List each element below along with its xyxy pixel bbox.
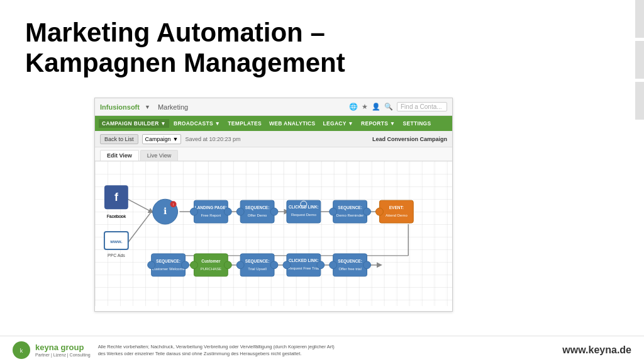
svg-rect-0 <box>95 161 452 305</box>
saved-status: Saved at 10:20:23 pm <box>185 136 240 142</box>
app-topbar: Infusionsoft ▼ Marketing 🌐 ★ 👤 🔍 Find a … <box>95 98 452 116</box>
svg-rect-66 <box>287 254 321 276</box>
nav-broadcasts[interactable]: BROADCASTS ▼ <box>170 119 223 128</box>
svg-text:Demo Reminder: Demo Reminder <box>336 213 364 217</box>
svg-point-46 <box>375 208 383 215</box>
tab-live-view[interactable]: Live View <box>140 150 178 161</box>
svg-rect-34 <box>287 200 321 223</box>
footer-logo-subtitle: Partner | Lizenz | Consulting <box>35 352 91 358</box>
footer-website: www.keyna.de <box>562 344 631 356</box>
svg-text:EVENT:: EVENT: <box>389 205 404 210</box>
svg-point-59 <box>190 261 197 269</box>
svg-text:PPC Ads: PPC Ads <box>108 253 125 258</box>
globe-icon: 🌐 <box>349 103 358 111</box>
svg-rect-56 <box>194 254 228 276</box>
svg-text:Offer free trial: Offer free trial <box>338 267 361 271</box>
svg-rect-29 <box>240 200 274 223</box>
footer-disclaimer: Alle Rechte vorbehalten; Nachdruck, Vera… <box>98 343 335 358</box>
svg-text:SEQUENCE:: SEQUENCE: <box>245 205 269 210</box>
svg-rect-71 <box>333 254 367 276</box>
svg-text:Customer Welcome: Customer Welcome <box>152 267 185 271</box>
star-icon: ★ <box>362 103 368 111</box>
svg-text:Customer: Customer <box>201 259 221 263</box>
svg-rect-51 <box>152 254 186 276</box>
svg-text:Facebook: Facebook <box>107 214 126 219</box>
svg-point-54 <box>148 261 155 269</box>
svg-point-69 <box>283 261 291 269</box>
nav-templates[interactable]: TEMPLATES <box>225 119 265 128</box>
svg-point-28 <box>224 208 231 215</box>
svg-text:Free Report: Free Report <box>201 213 221 217</box>
footer-brand-name: keyna group <box>35 343 91 352</box>
svg-point-70 <box>317 261 325 269</box>
nav-settings[interactable]: SETTINGS <box>400 119 435 128</box>
footer-logo-icon: k <box>13 341 30 359</box>
svg-point-33 <box>270 208 278 215</box>
tab-edit-view[interactable]: Edit View <box>100 150 139 161</box>
right-tab-1 <box>635 0 644 38</box>
nav-legacy[interactable]: LEGACY ▼ <box>320 119 357 128</box>
svg-text:LANDING PAGE:: LANDING PAGE: <box>195 205 227 210</box>
page-title: Marketing Automation – Kampagnen Managem… <box>25 18 619 79</box>
svg-text:Offer Demo: Offer Demo <box>248 213 267 217</box>
svg-text:SEQUENCE:: SEQUENCE: <box>338 205 362 210</box>
svg-point-75 <box>363 261 370 269</box>
svg-rect-43 <box>379 200 413 223</box>
nav-web-analytics[interactable]: WEB ANALYTICS <box>266 119 319 128</box>
search-input[interactable]: Find a Conta... <box>397 102 447 111</box>
right-tab-2 <box>635 41 644 79</box>
svg-point-64 <box>236 261 244 269</box>
svg-rect-38 <box>333 200 367 223</box>
nav-campaign-builder[interactable]: CAMPAIGN BUILDER ▼ <box>99 119 169 128</box>
app-logo: Infusionsoft <box>100 103 140 111</box>
svg-point-60 <box>224 261 231 269</box>
nav-reports[interactable]: REPORTS ▼ <box>358 119 399 128</box>
svg-point-42 <box>363 208 370 215</box>
footer: k keyna group Partner | Lizenz | Consult… <box>0 336 644 364</box>
svg-rect-24 <box>194 200 228 223</box>
right-tab-3 <box>635 82 644 120</box>
svg-point-74 <box>330 261 337 269</box>
svg-point-32 <box>236 208 244 215</box>
svg-text:Request Free Trial: Request Free Trial <box>288 266 319 270</box>
logo-dropdown-icon[interactable]: ▼ <box>145 104 150 110</box>
svg-text:ℹ: ℹ <box>164 206 167 216</box>
campaign-name: Lead Conversion Campaign <box>372 136 447 142</box>
svg-text:Request Demo: Request Demo <box>291 213 316 217</box>
svg-text:CLICKED LINK:: CLICKED LINK: <box>289 258 319 263</box>
svg-text:Trial Upsell: Trial Upsell <box>248 267 267 271</box>
svg-point-27 <box>190 208 197 215</box>
view-tabs: Edit View Live View <box>95 147 452 161</box>
nav-bar: CAMPAIGN BUILDER ▼ BROADCASTS ▼ TEMPLATE… <box>95 116 452 131</box>
topbar-right: 🌐 ★ 👤 🔍 Find a Conta... <box>349 102 447 111</box>
svg-text:f: f <box>114 191 118 203</box>
marketing-label: Marketing <box>158 103 188 111</box>
campaign-select[interactable]: Campaign ▼ <box>142 134 182 144</box>
app-screenshot: Infusionsoft ▼ Marketing 🌐 ★ 👤 🔍 Find a … <box>94 98 453 312</box>
flow-canvas: f Facebook ℹ ! LANDING PAGE: Free Report… <box>95 161 452 306</box>
svg-text:www.: www. <box>109 239 122 244</box>
svg-point-41 <box>330 208 337 215</box>
svg-text:SEQUENCE:: SEQUENCE: <box>156 259 180 264</box>
svg-text:PURCHASE: PURCHASE <box>201 267 221 271</box>
back-to-list-button[interactable]: Back to List <box>100 134 138 144</box>
svg-rect-61 <box>240 254 274 276</box>
toolbar: Back to List Campaign ▼ Saved at 10:20:2… <box>95 131 452 147</box>
search-icon[interactable]: 🔍 <box>384 103 393 111</box>
right-decoration <box>606 0 644 364</box>
user-icon: 👤 <box>372 103 380 111</box>
footer-logo: k keyna group Partner | Lizenz | Consult… <box>13 341 91 359</box>
svg-text:SEQUENCE:: SEQUENCE: <box>338 259 362 264</box>
svg-point-55 <box>182 261 189 269</box>
svg-text:CLICKED LINK:: CLICKED LINK: <box>289 205 319 209</box>
svg-text:SEQUENCE:: SEQUENCE: <box>245 259 269 264</box>
svg-text:k: k <box>20 348 23 354</box>
svg-point-65 <box>270 261 278 269</box>
svg-text:Attend Demo: Attend Demo <box>386 213 408 217</box>
